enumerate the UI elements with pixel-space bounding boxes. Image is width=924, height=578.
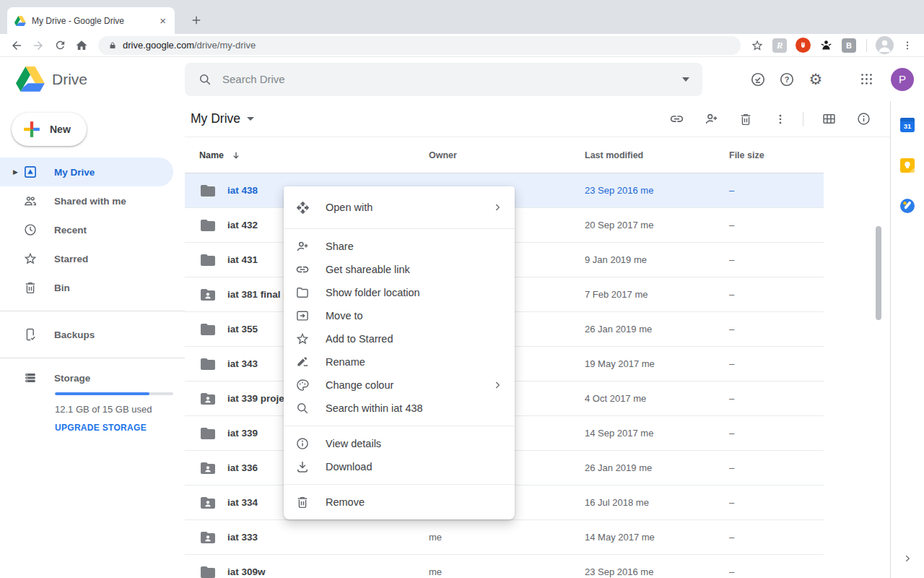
toolbar-actions <box>651 110 873 129</box>
grid-view-icon[interactable] <box>819 110 838 129</box>
menu-group: Open with <box>284 186 515 228</box>
expand-arrow-icon[interactable]: ▶ <box>13 168 23 176</box>
file-size: – <box>729 185 824 196</box>
extension-r-icon[interactable]: R <box>771 37 788 54</box>
info-icon[interactable] <box>854 110 873 129</box>
menu-item-open-with[interactable]: Open with <box>284 194 515 221</box>
extension-ninja-icon[interactable] <box>817 37 834 54</box>
sidebar-item-storage[interactable]: Storage <box>13 367 185 389</box>
url-path: /drive/my-drive <box>194 40 256 51</box>
forward-icon[interactable] <box>27 35 49 56</box>
file-modified: 26 Jan 2019 me <box>585 462 729 473</box>
storage-section: Storage 12.1 GB of 15 GB used UPGRADE ST… <box>0 367 185 434</box>
column-header-owner[interactable]: Owner <box>429 150 585 160</box>
file-size: – <box>729 497 824 508</box>
scrollbar-thumb[interactable] <box>876 226 881 320</box>
title-caret-icon[interactable] <box>247 117 254 121</box>
table-row[interactable]: iat 333 me 14 May 2017 me – <box>185 520 824 555</box>
sidebar-item-label: Bin <box>54 282 70 293</box>
sidebar-item-starred[interactable]: Starred <box>0 244 173 273</box>
bookmark-star-icon[interactable] <box>746 35 768 56</box>
folder-icon <box>199 355 217 373</box>
browser-tab[interactable]: My Drive - Google Drive × <box>7 7 175 34</box>
file-name: iat 431 <box>227 254 258 265</box>
rail-expand-chevron-icon[interactable] <box>902 553 912 564</box>
info-icon <box>295 436 310 451</box>
link-icon <box>295 262 310 277</box>
reload-icon[interactable] <box>49 35 71 56</box>
table-row[interactable]: iat 309w me 23 Sep 2016 me – <box>185 555 824 578</box>
browser-profile-avatar[interactable] <box>876 36 894 54</box>
search-options-caret-icon[interactable] <box>682 77 689 82</box>
url-bar[interactable]: drive.google.com/drive/my-drive <box>98 36 741 55</box>
help-icon[interactable]: ? <box>772 65 801 94</box>
menu-item-share[interactable]: Share <box>284 235 515 258</box>
more-actions-icon[interactable] <box>771 110 790 129</box>
storage-progress-bar <box>55 392 173 395</box>
sidebar-item-recent[interactable]: Recent <box>0 215 173 244</box>
sidebar-item-bin[interactable]: Bin <box>0 273 173 302</box>
keep-icon[interactable] <box>900 158 915 173</box>
tasks-icon[interactable] <box>900 199 915 213</box>
settings-gear-icon[interactable]: ⚙ <box>801 65 830 94</box>
file-size: – <box>729 566 824 577</box>
file-modified: 14 Sep 2017 me <box>585 428 729 439</box>
sidebar-item-shared-with-me[interactable]: Shared with me <box>0 186 173 215</box>
file-name-cell: iat 333 <box>185 529 429 546</box>
pencil-icon <box>295 355 310 369</box>
menu-item-change-colour[interactable]: Change colour <box>284 374 515 397</box>
share-person-add-icon[interactable] <box>702 110 720 129</box>
drive-favicon <box>14 16 26 26</box>
column-header-size[interactable]: File size <box>729 150 824 160</box>
new-button[interactable]: New <box>12 113 87 146</box>
upgrade-storage-link[interactable]: UPGRADE STORAGE <box>55 423 147 433</box>
delete-icon[interactable] <box>736 110 755 129</box>
menu-item-show-folder-location[interactable]: Show folder location <box>284 281 515 304</box>
search-icon[interactable] <box>198 72 212 87</box>
menu-group: Remove <box>284 484 515 519</box>
file-modified: 4 Oct 2017 me <box>585 393 729 404</box>
menu-item-add-to-starred[interactable]: Add to Starred <box>284 327 515 350</box>
folder-icon <box>199 494 217 512</box>
menu-item-get-shareable-link[interactable]: Get shareable link <box>284 258 515 281</box>
account-avatar[interactable]: P <box>891 68 914 91</box>
sidebar-item-label: Shared with me <box>54 196 126 207</box>
folder-icon <box>199 217 217 234</box>
menu-item-remove[interactable]: Remove <box>284 491 515 514</box>
drive-logo[interactable]: Drive <box>0 66 185 92</box>
sidebar-item-label: Starred <box>54 254 88 264</box>
folder-icon <box>199 251 217 269</box>
search-input[interactable] <box>222 73 682 85</box>
main-content: My Drive <box>185 101 890 578</box>
apps-grid-icon[interactable] <box>852 65 881 94</box>
calendar-icon[interactable]: 31 <box>900 118 915 132</box>
column-header-name[interactable]: Name <box>185 150 429 160</box>
back-icon[interactable] <box>6 35 27 56</box>
sidebar-item-my-drive[interactable]: ▶ My Drive <box>0 158 173 186</box>
column-header-modified[interactable]: Last modified <box>585 150 729 160</box>
search-bar[interactable] <box>185 63 702 96</box>
folder-outline-icon <box>295 285 310 300</box>
offline-status-icon[interactable] <box>744 65 772 94</box>
tab-close-icon[interactable]: × <box>158 15 167 26</box>
sort-descending-icon[interactable] <box>231 150 241 160</box>
menu-item-view-details[interactable]: View details <box>284 432 515 455</box>
storage-label: Storage <box>54 373 90 384</box>
browser-menu-icon[interactable] <box>897 35 918 56</box>
extension-adblock-icon[interactable] <box>794 37 811 54</box>
home-icon[interactable] <box>71 35 92 56</box>
extension-b-icon[interactable]: B <box>840 37 858 54</box>
sidebar-item-backups[interactable]: Backups <box>0 320 173 349</box>
file-modified: 16 Jul 2018 me <box>585 497 729 508</box>
submenu-chevron-icon <box>492 379 503 391</box>
menu-item-move-to[interactable]: Move to <box>284 304 515 327</box>
file-size: – <box>729 428 824 439</box>
new-tab-button[interactable] <box>186 10 206 30</box>
menu-item-download[interactable]: Download <box>284 455 515 478</box>
page-title[interactable]: My Drive <box>191 111 240 126</box>
star-icon <box>23 251 38 266</box>
shared-folder-person-icon <box>199 494 217 512</box>
menu-item-search-within[interactable]: Search within iat 438 <box>284 397 515 420</box>
menu-item-rename[interactable]: Rename <box>284 350 515 374</box>
get-link-icon[interactable] <box>667 110 686 129</box>
